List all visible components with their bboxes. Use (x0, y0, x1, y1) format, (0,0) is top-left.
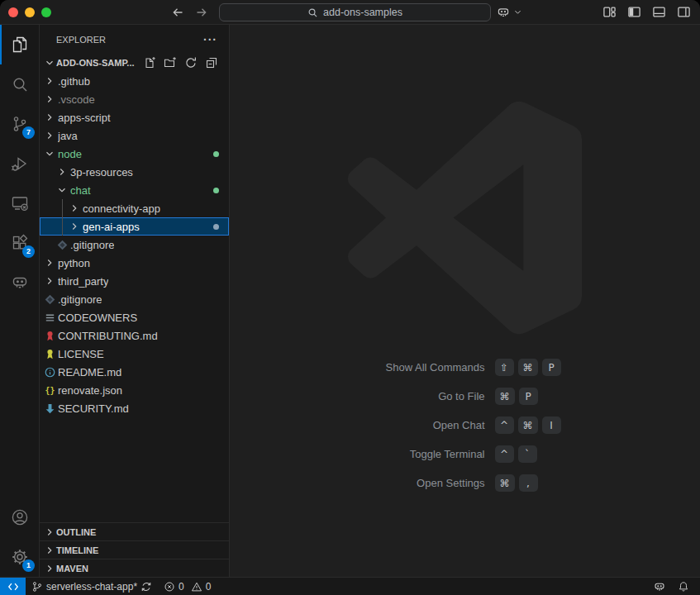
chevron-right-icon (43, 275, 56, 287)
tree-item-connectivity-app[interactable]: connectivity-app (40, 199, 229, 217)
arrow-down-file-icon (43, 402, 56, 415)
toggle-panel-icon[interactable] (652, 5, 666, 19)
run-debug-icon (10, 154, 30, 174)
search-value: add-ons-samples (323, 7, 402, 18)
back-icon[interactable] (171, 6, 184, 19)
search-icon (307, 7, 318, 18)
activity-item-run-debug[interactable] (0, 144, 39, 183)
toggle-primary-sidebar-icon[interactable] (627, 5, 641, 19)
activity-spacer (0, 302, 39, 497)
problems-status-item[interactable]: 0 0 (158, 578, 217, 595)
panel-header-outline[interactable]: OUTLINE (40, 522, 229, 540)
remote-icon (7, 581, 19, 593)
tree-item-label: python (58, 257, 90, 269)
indent-guide (62, 199, 63, 236)
command-center-search[interactable]: add-ons-samples (219, 3, 491, 21)
tree-item-gen-ai-apps[interactable]: gen-ai-apps (40, 217, 229, 236)
keycap: ⌘ (495, 474, 515, 492)
sidebar-panels: OUTLINETIMELINEMAVEN (40, 522, 229, 577)
activity-item-explorer[interactable] (0, 25, 39, 64)
tree-item--gitignore[interactable]: .gitignore (40, 236, 229, 254)
tree-item-contributing-md[interactable]: CONTRIBUTING.md (40, 326, 229, 345)
zoom-window-button[interactable] (41, 7, 51, 17)
tree-item-node[interactable]: node (40, 145, 229, 163)
tree-item-label: chat (70, 184, 91, 197)
tree-item--gitignore[interactable]: .gitignore (40, 290, 229, 308)
keycap: ^ (495, 416, 514, 434)
activity-item-search[interactable] (0, 64, 39, 104)
tree-item-3p-resources[interactable]: 3p-resources (40, 163, 229, 181)
notifications-status-item[interactable] (672, 578, 695, 595)
tree-item-python[interactable]: python (40, 254, 229, 272)
panel-label: OUTLINE (56, 527, 96, 537)
remote-indicator[interactable] (0, 578, 26, 595)
copilot-menu[interactable] (496, 0, 522, 24)
tree-item-label: SECURITY.md (58, 402, 129, 415)
more-actions-icon[interactable]: ··· (203, 36, 217, 44)
keycap: , (519, 474, 538, 492)
minimize-window-button[interactable] (25, 7, 35, 17)
new-folder-icon[interactable] (164, 56, 177, 69)
chevron-down-icon (55, 184, 69, 196)
activity-item-settings[interactable]: 1 (0, 537, 39, 577)
tree-item-readme-md[interactable]: README.md (40, 363, 229, 381)
shortcut-label: Show All Commands (245, 353, 485, 382)
forward-icon[interactable] (195, 6, 208, 19)
git-status-dot (213, 151, 219, 157)
git-status-dot (213, 224, 219, 230)
tree-item-codeowners[interactable]: CODEOWNERS (40, 308, 229, 326)
activity-item-source-control[interactable]: 7 (0, 104, 39, 144)
panel-label: MAVEN (56, 564, 88, 574)
ribbon-red-file-icon (43, 330, 56, 342)
chevron-right-icon (43, 75, 56, 87)
tree-item-label: node (58, 148, 82, 160)
ribbon-yellow-file-icon (43, 348, 56, 360)
activity-item-extensions[interactable]: 2 (0, 223, 39, 263)
tree-item-third-party[interactable]: third_party (40, 272, 229, 290)
tree-item-renovate-json[interactable]: {}renovate.json (40, 381, 229, 399)
branch-status-item[interactable]: serverless-chat-app* (26, 578, 158, 595)
tree-item-label: 3p-resources (70, 166, 133, 178)
info-file-icon (43, 366, 56, 378)
tree-item-label: .github (58, 75, 90, 88)
shortcut-keys: ⌘, (495, 469, 685, 497)
chevron-right-icon (43, 112, 56, 123)
statusbar-right (647, 578, 700, 595)
explorer-root-row[interactable]: ADD-ONS-SAMP... (40, 54, 229, 72)
panel-header-timeline[interactable]: TIMELINE (40, 540, 229, 559)
panel-header-maven[interactable]: MAVEN (40, 559, 229, 577)
layout-controls (602, 0, 691, 24)
close-window-button[interactable] (8, 7, 18, 17)
customize-layout-icon[interactable] (602, 5, 617, 19)
tree-item-label: CODEOWNERS (58, 312, 137, 324)
explorer-actions (143, 56, 229, 69)
keycap: P (519, 388, 538, 405)
new-file-icon[interactable] (143, 56, 156, 69)
shortcut-keys: ^` (495, 440, 685, 469)
chevron-right-icon (43, 257, 56, 269)
tree-item-license[interactable]: LICENSE (40, 345, 229, 363)
tree-item-label: README.md (58, 366, 121, 378)
errors-count: 0 (179, 581, 184, 593)
activity-item-copilot[interactable] (0, 263, 39, 302)
tree-item--github[interactable]: .github (40, 72, 229, 90)
refresh-icon[interactable] (184, 56, 198, 69)
git-status-dot (213, 188, 219, 193)
tree-item--vscode[interactable]: .vscode (40, 90, 229, 108)
tree-item-chat[interactable]: chat (40, 181, 229, 199)
tree-item-security-md[interactable]: SECURITY.md (40, 399, 229, 417)
remote-explorer-icon (10, 193, 30, 213)
git-file-icon (43, 293, 56, 306)
shortcut-label: Open Chat (245, 411, 485, 440)
vscode-window: add-ons-samples (0, 0, 700, 595)
copilot-status-item[interactable] (647, 578, 672, 595)
tree-item-java[interactable]: java (40, 126, 229, 145)
tree-item-apps-script[interactable]: apps-script (40, 108, 229, 126)
toggle-secondary-sidebar-icon[interactable] (677, 5, 691, 19)
collapse-all-icon[interactable] (205, 56, 218, 69)
copilot-icon (653, 580, 666, 593)
tree-item-label: .gitignore (70, 239, 114, 251)
activity-item-remote-explorer[interactable] (0, 183, 39, 223)
chevron-right-icon (55, 166, 69, 178)
activity-item-accounts[interactable] (0, 497, 39, 537)
